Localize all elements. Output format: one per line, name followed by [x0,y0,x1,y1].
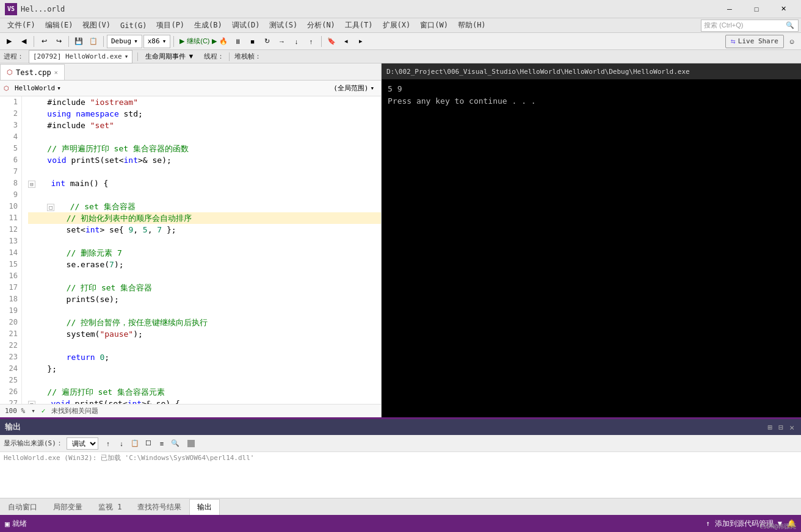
menu-bar: 文件(F)编辑(E)视图(V)Git(G)项目(P)生成(B)调试(D)测试(S… [0,18,801,33]
breadcrumb-right-dropdown[interactable]: (全局范围) ▾ [330,82,377,95]
output-down-btn[interactable]: ↓ [115,437,128,450]
menu-item-p[interactable]: 项目(P) [151,18,189,32]
code-line: #include "iostream" [28,96,381,108]
zoom-dropdown[interactable]: ▾ [31,407,35,415]
code-line [28,270,381,282]
tab-auto-window[interactable]: 自动窗口 [0,499,45,515]
line-label: 线程： [204,52,224,61]
bottom-tabs: 自动窗口 局部变量 监视 1 查找符号结果 输出 [0,498,801,515]
toolbar-sep-5 [321,36,322,47]
live-share-icon: ⇆ [731,37,736,46]
save-btn[interactable]: 💾 [72,35,85,48]
nav-btn[interactable]: ↻ [261,35,274,48]
breadcrumb-left-dropdown[interactable]: HelloWorld ▾ [12,82,64,95]
output-clear-btn[interactable]: ☐ [142,437,154,450]
fold-10[interactable]: □ [47,204,54,211]
code-line [28,375,381,386]
code-line: // 控制台暂停，按任意键继续向后执行 [28,317,381,328]
output-content-line: HelloWorld.exe (Win32): 已加载 'C:\Windows\… [4,453,797,462]
menu-item-w[interactable]: 窗口(W) [415,18,453,32]
line-numbers: 1234 5678 9101112 13141516 17181920 2122… [0,96,22,404]
process-dropdown[interactable]: [20792] HelloWorld.exe ▾ [29,50,132,63]
menu-item-e[interactable]: 编辑(E) [40,18,78,32]
menu-item-h[interactable]: 帮助(H) [453,18,491,32]
step-out-btn[interactable]: ↑ [305,35,318,48]
undo-btn[interactable]: ↩ [37,35,51,48]
next-bookmark-btn[interactable]: ▸ [354,35,368,48]
menu-item-n[interactable]: 分析(N) [302,18,340,32]
toolbar-sep-3 [103,36,104,47]
code-lines: #include "iostream" using namespace std;… [22,96,381,404]
code-line: // 遍历打印 set 集合容器元素 [28,386,381,398]
menu-item-gitg[interactable]: Git(G) [115,18,151,32]
code-line [28,235,381,247]
menu-item-b[interactable]: 生成(B) [189,18,227,32]
code-line [28,131,381,143]
code-content[interactable]: 1234 5678 9101112 13141516 17181920 2122… [0,96,381,404]
code-line: system("pause"); [28,328,381,340]
output-wrap-btn[interactable]: ≡ [156,437,168,450]
minimize-button[interactable]: ─ [717,3,742,15]
back-btn[interactable]: ◀ [17,35,31,48]
editor-toolbar: ⬡ HelloWorld ▾ (全局范围) ▾ [0,81,381,96]
fold-8[interactable]: ⊟ [28,181,35,188]
code-line: se.erase(7); [28,259,381,270]
step-over-btn[interactable]: → [275,35,289,48]
editor-tab-test-cpp[interactable]: ⬡ Test.cpp ✕ [0,64,65,80]
menu-item-f[interactable]: 文件(F) [2,18,40,32]
console-title: D:\002_Project\006_Visual_Studio\HelloWo… [386,68,690,76]
tab-watch-1[interactable]: 监视 1 [90,499,129,515]
debug-config-dropdown[interactable]: Debug ▾ [107,35,142,48]
restart-btn[interactable]: ■ [246,35,259,48]
toolbar-sep-2 [68,36,69,47]
tab-find-symbols[interactable]: 查找符号结果 [129,499,189,515]
output-pin-btn[interactable]: ⊞ [766,423,775,432]
progress-bar: 进程： [20792] HelloWorld.exe ▾ 生命周期事件 ▼ 线程… [0,50,801,63]
output-up-btn[interactable]: ↑ [102,437,114,450]
output-float-btn[interactable]: ⊟ [777,423,785,432]
live-share-button[interactable]: ⇆ Live Share [725,35,784,48]
code-editor: ⬡ Test.cpp ✕ ⬡ HelloWorld ▾ (全局范围) ▾ [0,63,382,417]
start-btn[interactable]: ▶ [2,35,16,48]
output-close-btn[interactable]: ✕ [788,423,796,432]
tab-output[interactable]: 输出 [189,499,220,515]
title-bar: VS Hel...orld ─ □ ✕ [0,0,801,18]
platform-dropdown[interactable]: x86 ▾ [143,35,171,48]
console-line-2: Press any key to continue . . . [388,95,795,107]
output-copy-btn[interactable]: 📋 [129,437,141,450]
code-line: ⊟ void printS(set<int>& se) { [28,398,381,404]
menu-item-t[interactable]: 工具(T) [340,18,378,32]
code-line [28,189,381,201]
menu-item-x[interactable]: 扩展(X) [378,18,416,32]
output-panel: 输出 ⊞ ⊟ ✕ 显示输出来源(S)： 调试 ↑ ↓ 📋 ☐ ≡ 🔍 Hello… [0,417,801,515]
lifecycle-btn[interactable]: 生命周期事件 ▼ [143,50,197,63]
tab-locals[interactable]: 局部变量 [45,499,90,515]
bookmark-btn[interactable]: 🔖 [325,35,338,48]
output-filter-btn[interactable]: 🔍 [169,437,181,450]
code-line [28,305,381,317]
console-panel: D:\002_Project\006_Visual_Studio\HelloWo… [382,63,801,417]
step-in-btn[interactable]: ↓ [290,35,303,48]
editor-status: 100 % ▾ ✓ 未找到相关问题 [0,404,381,417]
menu-item-d[interactable]: 调试(D) [227,18,265,32]
continue-btn[interactable]: ▶ 继续(C) ▶ 🔥 [177,35,230,48]
search-input[interactable] [704,22,783,29]
menu-item-s[interactable]: 测试(S) [264,18,302,32]
save-all-btn[interactable]: 📋 [87,35,100,48]
output-source-select[interactable]: 调试 [67,437,98,450]
output-source-label: 显示输出来源(S)： [4,439,63,448]
tab-close-btn[interactable]: ✕ [54,69,58,76]
stack-label: 堆栈帧： [234,52,261,61]
prev-bookmark-btn[interactable]: ◂ [339,35,353,48]
code-line [28,166,381,178]
menu-item-v[interactable]: 视图(V) [78,18,115,32]
code-line: void printS(set<int>& se); [28,154,381,166]
feedback-btn[interactable]: ☺ [785,35,799,48]
restore-button[interactable]: □ [744,3,769,15]
redo-btn[interactable]: ↪ [52,35,65,48]
output-toolbar: 显示输出来源(S)： 调试 ↑ ↓ 📋 ☐ ≡ 🔍 [0,435,801,452]
zoom-level: 100 % [5,407,25,415]
stop-all-btn[interactable]: ⏸ [231,35,245,48]
close-button[interactable]: ✕ [770,3,796,15]
search-box[interactable]: 🔍 [701,20,799,32]
